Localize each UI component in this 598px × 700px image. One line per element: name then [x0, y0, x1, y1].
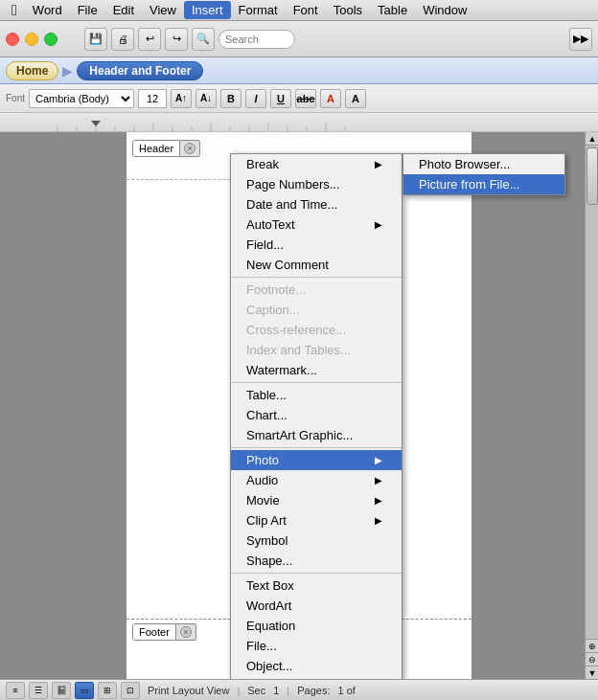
outline-view-btn[interactable]: ☰ [29, 682, 48, 699]
menu-item-symbol[interactable]: Symbol [231, 531, 402, 551]
menubar-edit[interactable]: Edit [105, 1, 142, 19]
font-size-down-btn[interactable]: A↓ [196, 89, 217, 108]
document-area: Header × Footer × ▲ ⊕ [0, 132, 598, 679]
expand-btn[interactable]: ▶▶ [569, 28, 592, 51]
notebook-view-btn[interactable]: 📓 [52, 682, 71, 699]
menubar-format[interactable]: Format [231, 1, 286, 19]
menu-item-table---[interactable]: Table... [231, 385, 402, 405]
bold-btn[interactable]: B [220, 89, 242, 108]
menu-item-label: New Comment [246, 258, 329, 272]
menu-item-cross-reference---: Cross-reference... [231, 320, 402, 340]
menu-item-field---[interactable]: Field... [231, 235, 402, 255]
menubar-window[interactable]: Window [415, 1, 474, 19]
menu-item-label: Table... [246, 388, 287, 402]
menu-item-autotext[interactable]: AutoText▶ [231, 215, 402, 235]
menubar-tools[interactable]: Tools [326, 1, 370, 19]
scroll-contract-btn[interactable]: ⊖ [586, 652, 598, 666]
footer-tab-label: Footer [132, 623, 176, 641]
focus-view-btn[interactable]: ⊡ [121, 682, 140, 699]
normal-view-btn[interactable]: ≡ [6, 682, 25, 699]
undo-btn[interactable]: ↩ [138, 28, 161, 51]
menu-item-wordart[interactable]: WordArt [231, 596, 402, 616]
menubar-table[interactable]: Table [370, 1, 415, 19]
menu-item-label: Break [246, 157, 279, 171]
menu-item-clip-art[interactable]: Clip Art▶ [231, 510, 402, 531]
menu-item-label: Caption... [246, 303, 300, 317]
underline-btn[interactable]: U [270, 89, 291, 108]
menu-item-movie[interactable]: Movie▶ [231, 490, 402, 510]
menu-item-photo[interactable]: Photo▶ [231, 450, 402, 470]
menu-item-watermark---[interactable]: Watermark... [231, 360, 402, 380]
menu-item-label: SmartArt Graphic... [246, 428, 353, 442]
menu-item-index-and-tables---: Index and Tables... [231, 340, 402, 360]
insert-menu: Break▶Page Numbers...Date and Time...Aut… [230, 153, 402, 679]
submenu-arrow-icon: ▶ [375, 159, 382, 169]
print-view-btn[interactable]: ▭ [75, 682, 94, 699]
scroll-up-btn[interactable]: ▲ [586, 132, 598, 146]
menu-item-label: Cross-reference... [246, 323, 346, 337]
menu-item-shape---[interactable]: Shape... [231, 551, 402, 571]
text-color-btn[interactable]: A [345, 89, 366, 108]
menu-item-label: WordArt [246, 598, 291, 613]
maximize-window-btn[interactable] [44, 33, 58, 46]
font-family-select[interactable]: Cambria (Body) [29, 89, 134, 108]
menu-item-audio[interactable]: Audio▶ [231, 470, 402, 490]
menu-item-label: Equation [246, 619, 295, 633]
scroll-down-btn[interactable]: ▼ [586, 666, 598, 679]
menu-item-text-box[interactable]: Text Box [231, 576, 402, 596]
italic-btn[interactable]: I [245, 89, 266, 108]
submenu-arrow-icon: ▶ [375, 495, 382, 506]
menubar-insert[interactable]: Insert [184, 1, 231, 19]
redo-btn[interactable]: ↪ [165, 28, 188, 51]
photo-submenu-item-photo-browser---[interactable]: Photo Browser... [403, 154, 564, 174]
menu-item-new-comment[interactable]: New Comment [231, 255, 402, 275]
menu-item-smartart-graphic---[interactable]: SmartArt Graphic... [231, 425, 402, 445]
header-close-btn[interactable]: × [180, 140, 200, 157]
menu-item-page-numbers---[interactable]: Page Numbers... [231, 174, 402, 194]
zoom-btn[interactable]: 🔍 [192, 28, 215, 51]
strikethrough-btn[interactable]: abc [295, 89, 316, 108]
close-icon: × [184, 143, 196, 154]
save-btn[interactable]: 💾 [84, 28, 107, 51]
menubar-view[interactable]: View [142, 1, 184, 19]
scroll-thumb[interactable] [586, 147, 598, 205]
ribbon-header-footer-btn[interactable]: Header and Footer [77, 61, 203, 80]
menu-item-label: Photo [246, 453, 279, 467]
menu-item-chart---[interactable]: Chart... [231, 405, 402, 425]
svg-rect-0 [0, 113, 598, 132]
photo-submenu-item-picture-from-file---[interactable]: Picture from File... [403, 174, 564, 194]
close-window-btn[interactable] [6, 33, 19, 46]
font-size-input[interactable] [138, 89, 167, 108]
ribbon-home-btn[interactable]: Home [6, 61, 58, 80]
menu-item-label: Clip Art [246, 513, 287, 528]
font-size-up-btn[interactable]: A↑ [171, 89, 192, 108]
vertical-scrollbar[interactable]: ▲ ⊕ ⊖ ▼ [585, 132, 598, 679]
submenu-arrow-icon: ▶ [375, 455, 382, 465]
minimize-window-btn[interactable] [25, 33, 38, 46]
highlight-btn[interactable]: A [320, 89, 341, 108]
menu-item-object---[interactable]: Object... [231, 656, 402, 676]
print-btn[interactable]: 🖨 [111, 28, 134, 51]
menu-item-break[interactable]: Break▶ [231, 154, 402, 174]
menubar-word[interactable]: Word [25, 1, 70, 19]
menu-item-label: Date and Time... [246, 197, 337, 212]
menu-item-label: Chart... [246, 408, 288, 422]
menu-item-file---[interactable]: File... [231, 636, 402, 656]
menu-item-equation[interactable]: Equation [231, 616, 402, 636]
menu-item-label: AutoText [246, 217, 295, 232]
menu-item-date-and-time---[interactable]: Date and Time... [231, 194, 402, 215]
view-mode-label: Print Layout View [148, 685, 229, 696]
menu-item-html-object[interactable]: HTML Object▶ [231, 676, 402, 679]
photo-submenu-label: Photo Browser... [419, 157, 510, 171]
menubar-font[interactable]: Font [286, 1, 326, 19]
menubar:  Word File Edit View Insert Format Font… [0, 0, 598, 21]
view-icons: ≡ ☰ 📓 ▭ ⊞ ⊡ [6, 682, 140, 699]
menubar-file[interactable]: File [70, 1, 105, 19]
apple-menu[interactable]:  [4, 0, 25, 21]
footer-close-btn[interactable]: × [176, 623, 196, 641]
publishing-view-btn[interactable]: ⊞ [98, 682, 117, 699]
menu-item-label: Index and Tables... [246, 343, 351, 357]
submenu-arrow-icon: ▶ [375, 219, 382, 230]
search-input[interactable] [218, 30, 295, 49]
scroll-expand-btn[interactable]: ⊕ [586, 639, 598, 652]
